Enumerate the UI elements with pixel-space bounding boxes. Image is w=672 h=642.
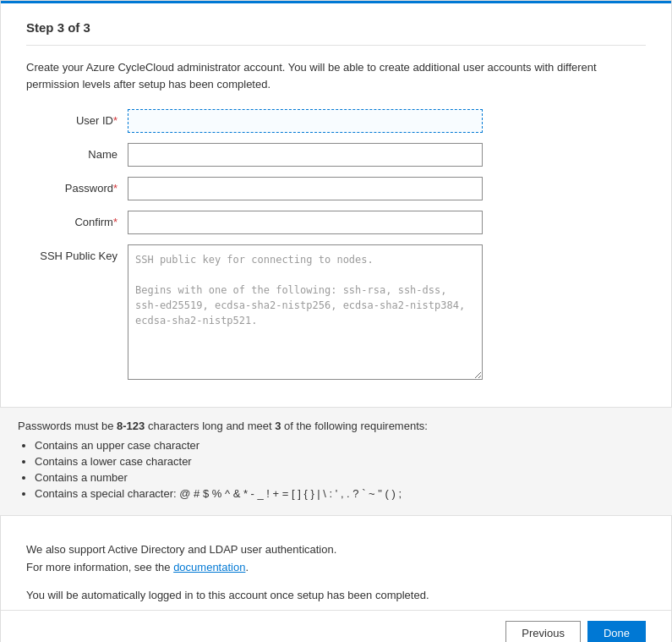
req-item-3: Contains a number xyxy=(35,471,671,484)
password-range: 8-123 xyxy=(117,420,145,432)
user-id-label: User ID* xyxy=(26,109,128,127)
user-id-group: User ID* xyxy=(26,109,646,133)
confirm-group: Confirm* xyxy=(26,211,646,234)
password-requirements: Passwords must be 8-123 characters long … xyxy=(0,407,672,516)
ad-line2: For more information, see the documentat… xyxy=(26,559,646,577)
ssh-key-label: SSH Public Key xyxy=(26,244,128,262)
auto-login-text: You will be automatically logged in to t… xyxy=(26,589,646,601)
req-item-2: Contains a lower case character xyxy=(35,455,671,468)
name-group: Name xyxy=(26,143,646,167)
user-id-input[interactable] xyxy=(128,109,483,133)
ad-section: We also support Active Directory and LDA… xyxy=(1,516,671,610)
main-content: Step 3 of 3 Create your Azure CycleCloud… xyxy=(1,3,671,407)
password-req-intro: Passwords must be 8-123 characters long … xyxy=(18,420,671,432)
name-label: Name xyxy=(26,143,128,161)
password-label: Password* xyxy=(26,177,128,195)
previous-button[interactable]: Previous xyxy=(505,621,581,642)
ad-line2-prefix: For more information, see the xyxy=(26,561,173,573)
confirm-required: * xyxy=(113,216,117,228)
user-id-required: * xyxy=(113,114,117,127)
confirm-input[interactable] xyxy=(128,211,483,234)
password-count: 3 xyxy=(275,420,281,432)
description: Create your Azure CycleCloud administrat… xyxy=(26,59,646,92)
ssh-key-group: SSH Public Key xyxy=(26,244,646,380)
done-button[interactable]: Done xyxy=(587,621,646,642)
confirm-label: Confirm* xyxy=(26,211,128,228)
step-header: Step 3 of 3 xyxy=(26,20,646,46)
name-input[interactable] xyxy=(128,143,483,167)
req-item-4: Contains a special character: @ # $ % ^ … xyxy=(35,487,671,500)
ad-line2-suffix: . xyxy=(245,561,249,573)
footer: Previous Done xyxy=(1,610,671,642)
password-req-list: Contains an upper case character Contain… xyxy=(18,439,671,500)
req-item-1: Contains an upper case character xyxy=(35,439,671,452)
password-input[interactable] xyxy=(128,177,483,200)
ssh-key-textarea[interactable] xyxy=(128,244,483,380)
ad-section-text: We also support Active Directory and LDA… xyxy=(26,541,646,577)
password-group: Password* xyxy=(26,177,646,200)
page-container: Step 3 of 3 Create your Azure CycleCloud… xyxy=(0,0,672,642)
step-label: Step 3 of 3 xyxy=(26,20,90,35)
ad-line1: We also support Active Directory and LDA… xyxy=(26,541,646,559)
documentation-link[interactable]: documentation xyxy=(173,561,245,573)
password-required: * xyxy=(113,182,117,195)
